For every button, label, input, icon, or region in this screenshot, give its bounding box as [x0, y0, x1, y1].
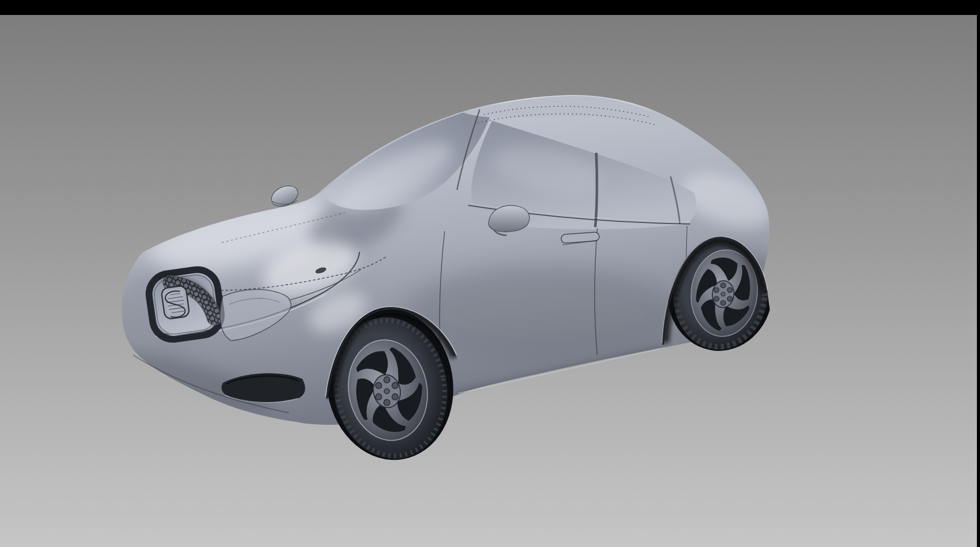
app-window	[0, 0, 980, 547]
grille	[144, 265, 225, 344]
viewport-canvas[interactable]	[0, 0, 980, 547]
seat-badge	[161, 285, 190, 319]
letterbox-top	[0, 0, 980, 15]
letterbox-right	[977, 0, 980, 547]
